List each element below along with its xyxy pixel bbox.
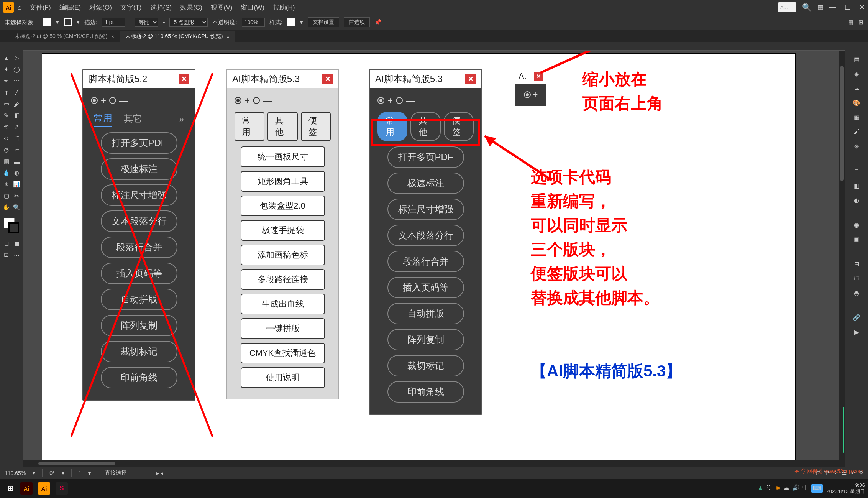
transparency-panel-icon[interactable]: ◐ (850, 194, 863, 206)
properties-panel-icon[interactable]: ▤ (850, 53, 863, 65)
menu-view[interactable]: 视图(V) (211, 3, 233, 12)
panel-53d-btn-3[interactable]: 文本段落分行 (387, 225, 464, 246)
pin-icon[interactable]: 📌 (374, 19, 382, 26)
panel-53l-btn-4[interactable]: 添加画稿色标 (241, 245, 325, 265)
scrollbar-vertical[interactable] (839, 51, 845, 460)
panel-icon-1[interactable]: ▦ (848, 19, 854, 26)
width-tool[interactable]: ⇔ (2, 133, 11, 143)
panel-53l-btn-1[interactable]: 矩形圆角工具 (241, 171, 325, 192)
panel-53d-btn-6[interactable]: 自动拼版 (387, 303, 464, 324)
panel-52-btn-3[interactable]: 文本段落分行 (101, 210, 177, 232)
symbol-tool[interactable]: ☀ (2, 179, 11, 189)
panel-52-tab-1[interactable]: 常用 (94, 112, 112, 127)
doc-tab-1[interactable]: 未标题-2.ai @ 50 % (CMYK/CPU 预览) × (9, 31, 120, 42)
menu-type[interactable]: 文字(T) (120, 3, 142, 12)
maximize-icon[interactable]: ☐ (845, 3, 851, 12)
gradient-tool[interactable]: ▬ (12, 156, 21, 166)
color-mode-1[interactable]: ◻ (2, 238, 11, 248)
edit-toolbar[interactable]: ⋯ (12, 250, 21, 260)
radio-unchecked-icon[interactable] (109, 97, 116, 104)
menu-help[interactable]: 帮助(H) (273, 3, 295, 12)
menu-edit[interactable]: 编辑(E) (59, 3, 81, 12)
panel-53l-btn-8[interactable]: CMYK查找潘通色 (241, 343, 325, 363)
actions-panel-icon[interactable]: ▶ (850, 326, 863, 338)
panel-52-btn-0[interactable]: 打开多页PDF (101, 132, 177, 154)
libraries-panel-icon[interactable]: ☁ (850, 82, 863, 94)
panel-53-light-tab-3[interactable]: 便签 (301, 112, 331, 141)
panel-53-light-tab-2[interactable]: 其他 (267, 112, 297, 141)
zoom-level[interactable]: 110.65% (5, 470, 26, 476)
panel-52-tab-2[interactable]: 其它 (124, 113, 142, 127)
panel-mini-close[interactable]: ✕ (534, 72, 543, 81)
rectangle-tool[interactable]: ▭ (2, 99, 11, 109)
panel-53l-btn-9[interactable]: 使用说明 (241, 367, 325, 388)
align-panel-icon[interactable]: ⊞ (850, 258, 863, 270)
scrollbar-horizontal[interactable] (23, 460, 845, 467)
line-tool[interactable]: ╱ (12, 87, 21, 97)
shape-builder-tool[interactable]: ◔ (2, 145, 11, 155)
tray-up-icon[interactable]: ▲ (758, 484, 763, 493)
panel-53-light-tab-1[interactable]: 常用 (235, 112, 264, 141)
task-ai-2[interactable]: Ai (36, 480, 52, 496)
color-mode-2[interactable]: ◼ (12, 238, 21, 248)
task-app-3[interactable]: S (54, 480, 70, 496)
opacity-input[interactable] (242, 18, 265, 27)
artboard-nav[interactable]: 1 (79, 470, 82, 476)
panel-53d-btn-5[interactable]: 插入页码等 (387, 277, 464, 298)
menu-file[interactable]: 文件(F) (30, 3, 51, 12)
brush-select[interactable]: 5 点圆形 (169, 18, 208, 27)
panel-icon-2[interactable]: ⊞ (858, 19, 863, 26)
panel-53l-btn-6[interactable]: 生成出血线 (241, 294, 325, 314)
panel-53l-btn-5[interactable]: 多段路径连接 (241, 269, 325, 290)
stroke-panel-icon[interactable]: ≡ (850, 165, 863, 177)
radio-mini-icon[interactable] (524, 91, 531, 98)
panel-52-btn-5[interactable]: 插入页码等 (101, 263, 177, 284)
arrange-icon[interactable]: ▦ (817, 3, 824, 12)
type-tool[interactable]: T (2, 87, 11, 97)
perspective-tool[interactable]: ▱ (12, 145, 21, 155)
swatches-panel-icon[interactable]: ▦ (850, 111, 863, 123)
panel-52-btn-1[interactable]: 极速标注 (101, 158, 177, 180)
rotate-value[interactable]: 0° (49, 470, 54, 476)
stroke-swatch[interactable] (64, 18, 72, 26)
layers-panel-icon[interactable]: ◈ (850, 67, 863, 80)
tray-keyboard-icon[interactable]: ⌨ (811, 484, 823, 493)
panel-52-btn-2[interactable]: 标注尺寸增强 (101, 184, 177, 206)
panel-53l-btn-7[interactable]: 一键拼版 (241, 318, 325, 339)
minimize-icon[interactable]: — (829, 3, 836, 12)
panel-52-close[interactable]: ✕ (179, 74, 189, 84)
color-panel-icon[interactable]: 🎨 (850, 97, 863, 109)
gradient-panel-icon[interactable]: ◧ (850, 179, 863, 192)
brush-tool[interactable]: 🖌 (12, 99, 21, 109)
zoom-tool[interactable]: 🔍 (12, 202, 21, 212)
symbols-panel-icon[interactable]: ☀ (850, 140, 863, 153)
system-tray[interactable]: ▲ 🛡 ◉ ☁ 🔊 中 ⌨ (758, 484, 823, 493)
panel-53d-btn-7[interactable]: 阵列复制 (387, 329, 464, 350)
taskbar-clock[interactable]: 9:06 2023/8/13 星期日 (827, 482, 865, 494)
panel-52-btn-6[interactable]: 自动拼版 (101, 289, 177, 310)
mesh-tool[interactable]: ▦ (2, 156, 11, 166)
uniform-select[interactable]: 等比 (135, 18, 158, 27)
panel-52-btn-8[interactable]: 裁切标记 (101, 341, 177, 362)
radio-checked-icon[interactable] (235, 97, 241, 104)
search-icon[interactable]: 🔍 (802, 3, 812, 12)
pen-tool[interactable]: ✒ (2, 76, 11, 86)
blend-tool[interactable]: ◐ (12, 168, 21, 178)
graph-tool[interactable]: 📊 (12, 179, 21, 189)
selection-tool[interactable]: ▲ (2, 53, 11, 63)
rotate-tool[interactable]: ⟲ (2, 122, 11, 132)
fill-stroke-indicator[interactable] (4, 218, 19, 233)
panel-53l-btn-2[interactable]: 包装盒型2.0 (241, 196, 325, 216)
stroke-weight-input[interactable] (102, 18, 125, 27)
eraser-tool[interactable]: ◧ (12, 110, 21, 120)
panel-52-btn-9[interactable]: 印前角线 (101, 367, 177, 388)
direct-select-tool[interactable]: ▷ (12, 53, 21, 63)
free-transform-tool[interactable]: ⬚ (12, 133, 21, 143)
panel-53d-btn-9[interactable]: 印前角线 (387, 381, 464, 403)
radio-checked-icon[interactable] (377, 97, 384, 104)
start-button[interactable]: ⊞ (3, 481, 18, 496)
fill-swatch[interactable] (43, 18, 51, 26)
menu-object[interactable]: 对象(O) (89, 3, 112, 12)
graphic-styles-panel-icon[interactable]: ▣ (850, 233, 863, 245)
close-icon[interactable]: ✕ (859, 3, 865, 12)
